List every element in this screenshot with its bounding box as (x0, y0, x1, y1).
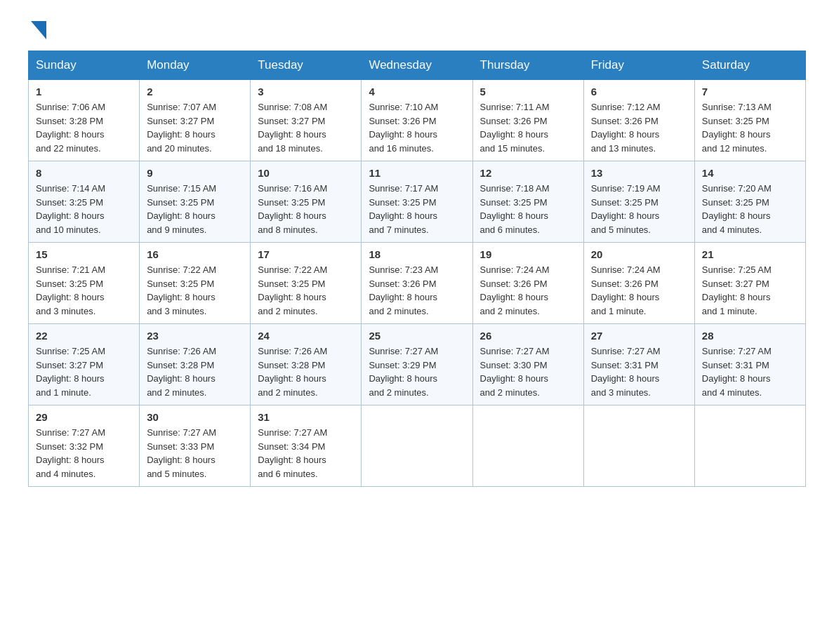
page-header (28, 21, 806, 36)
day-number: 9 (147, 167, 243, 179)
logo (28, 21, 46, 36)
calendar-cell: 6Sunrise: 7:12 AMSunset: 3:26 PMDaylight… (583, 80, 694, 161)
day-info: Sunrise: 7:24 AMSunset: 3:26 PMDaylight:… (480, 263, 576, 318)
calendar-cell: 16Sunrise: 7:22 AMSunset: 3:25 PMDayligh… (140, 243, 251, 324)
column-header-monday: Monday (140, 51, 251, 80)
day-number: 15 (36, 248, 132, 260)
day-number: 5 (480, 86, 576, 98)
day-number: 16 (147, 248, 243, 260)
day-number: 10 (258, 167, 354, 179)
day-number: 18 (369, 248, 465, 260)
day-number: 30 (147, 411, 243, 423)
calendar-cell (362, 405, 472, 487)
day-number: 12 (480, 167, 576, 179)
calendar-cell: 2Sunrise: 7:07 AMSunset: 3:27 PMDaylight… (140, 80, 251, 161)
calendar-header-row: SundayMondayTuesdayWednesdayThursdayFrid… (29, 51, 806, 80)
calendar-cell: 26Sunrise: 7:27 AMSunset: 3:30 PMDayligh… (472, 324, 583, 405)
calendar-cell: 15Sunrise: 7:21 AMSunset: 3:25 PMDayligh… (29, 243, 140, 324)
day-info: Sunrise: 7:10 AMSunset: 3:26 PMDaylight:… (369, 100, 465, 155)
day-info: Sunrise: 7:08 AMSunset: 3:27 PMDaylight:… (258, 100, 354, 155)
day-number: 7 (702, 86, 798, 98)
day-info: Sunrise: 7:23 AMSunset: 3:26 PMDaylight:… (369, 263, 465, 318)
day-info: Sunrise: 7:06 AMSunset: 3:28 PMDaylight:… (36, 100, 132, 155)
calendar-cell: 22Sunrise: 7:25 AMSunset: 3:27 PMDayligh… (29, 324, 140, 405)
calendar-cell: 12Sunrise: 7:18 AMSunset: 3:25 PMDayligh… (472, 161, 583, 243)
day-info: Sunrise: 7:25 AMSunset: 3:27 PMDaylight:… (702, 263, 798, 318)
calendar-cell: 28Sunrise: 7:27 AMSunset: 3:31 PMDayligh… (694, 324, 805, 405)
calendar-cell: 25Sunrise: 7:27 AMSunset: 3:29 PMDayligh… (362, 324, 472, 405)
calendar-cell: 7Sunrise: 7:13 AMSunset: 3:25 PMDaylight… (694, 80, 805, 161)
column-header-thursday: Thursday (472, 51, 583, 80)
calendar-cell (694, 405, 805, 487)
week-row-5: 29Sunrise: 7:27 AMSunset: 3:32 PMDayligh… (29, 405, 806, 487)
column-header-sunday: Sunday (29, 51, 140, 80)
calendar-cell: 23Sunrise: 7:26 AMSunset: 3:28 PMDayligh… (140, 324, 251, 405)
calendar-cell: 4Sunrise: 7:10 AMSunset: 3:26 PMDaylight… (362, 80, 472, 161)
calendar-cell: 20Sunrise: 7:24 AMSunset: 3:26 PMDayligh… (583, 243, 694, 324)
day-number: 1 (36, 86, 132, 98)
day-info: Sunrise: 7:26 AMSunset: 3:28 PMDaylight:… (258, 344, 354, 399)
calendar-cell: 24Sunrise: 7:26 AMSunset: 3:28 PMDayligh… (251, 324, 362, 405)
day-info: Sunrise: 7:12 AMSunset: 3:26 PMDaylight:… (591, 100, 687, 155)
day-info: Sunrise: 7:27 AMSunset: 3:30 PMDaylight:… (480, 344, 576, 399)
day-info: Sunrise: 7:15 AMSunset: 3:25 PMDaylight:… (147, 182, 243, 236)
column-header-saturday: Saturday (694, 51, 805, 80)
calendar-cell: 13Sunrise: 7:19 AMSunset: 3:25 PMDayligh… (583, 161, 694, 243)
day-info: Sunrise: 7:11 AMSunset: 3:26 PMDaylight:… (480, 100, 576, 155)
day-number: 27 (591, 330, 687, 342)
day-number: 22 (36, 330, 132, 342)
day-info: Sunrise: 7:07 AMSunset: 3:27 PMDaylight:… (147, 100, 243, 155)
week-row-2: 8Sunrise: 7:14 AMSunset: 3:25 PMDaylight… (29, 161, 806, 243)
day-info: Sunrise: 7:27 AMSunset: 3:33 PMDaylight:… (147, 426, 243, 481)
day-number: 31 (258, 411, 354, 423)
calendar-cell (583, 405, 694, 487)
week-row-1: 1Sunrise: 7:06 AMSunset: 3:28 PMDaylight… (29, 80, 806, 161)
day-info: Sunrise: 7:26 AMSunset: 3:28 PMDaylight:… (147, 344, 243, 399)
day-info: Sunrise: 7:16 AMSunset: 3:25 PMDaylight:… (258, 182, 354, 236)
calendar-cell: 10Sunrise: 7:16 AMSunset: 3:25 PMDayligh… (251, 161, 362, 243)
day-info: Sunrise: 7:19 AMSunset: 3:25 PMDaylight:… (591, 182, 687, 236)
calendar-cell: 17Sunrise: 7:22 AMSunset: 3:25 PMDayligh… (251, 243, 362, 324)
svg-marker-0 (31, 21, 46, 39)
day-info: Sunrise: 7:27 AMSunset: 3:32 PMDaylight:… (36, 426, 132, 481)
day-number: 4 (369, 86, 465, 98)
calendar-cell: 21Sunrise: 7:25 AMSunset: 3:27 PMDayligh… (694, 243, 805, 324)
day-info: Sunrise: 7:22 AMSunset: 3:25 PMDaylight:… (147, 263, 243, 318)
day-number: 17 (258, 248, 354, 260)
calendar-cell: 30Sunrise: 7:27 AMSunset: 3:33 PMDayligh… (140, 405, 251, 487)
calendar-cell: 9Sunrise: 7:15 AMSunset: 3:25 PMDaylight… (140, 161, 251, 243)
day-info: Sunrise: 7:13 AMSunset: 3:25 PMDaylight:… (702, 100, 798, 155)
day-number: 14 (702, 167, 798, 179)
column-header-tuesday: Tuesday (251, 51, 362, 80)
day-info: Sunrise: 7:17 AMSunset: 3:25 PMDaylight:… (369, 182, 465, 236)
calendar-table: SundayMondayTuesdayWednesdayThursdayFrid… (28, 51, 806, 487)
day-number: 26 (480, 330, 576, 342)
calendar-cell: 8Sunrise: 7:14 AMSunset: 3:25 PMDaylight… (29, 161, 140, 243)
day-info: Sunrise: 7:27 AMSunset: 3:34 PMDaylight:… (258, 426, 354, 481)
calendar-cell: 5Sunrise: 7:11 AMSunset: 3:26 PMDaylight… (472, 80, 583, 161)
logo-triangle-icon (31, 21, 46, 39)
day-info: Sunrise: 7:25 AMSunset: 3:27 PMDaylight:… (36, 344, 132, 399)
day-info: Sunrise: 7:18 AMSunset: 3:25 PMDaylight:… (480, 182, 576, 236)
day-info: Sunrise: 7:21 AMSunset: 3:25 PMDaylight:… (36, 263, 132, 318)
day-number: 24 (258, 330, 354, 342)
calendar-cell: 14Sunrise: 7:20 AMSunset: 3:25 PMDayligh… (694, 161, 805, 243)
day-number: 25 (369, 330, 465, 342)
column-header-wednesday: Wednesday (362, 51, 472, 80)
calendar-cell (472, 405, 583, 487)
day-info: Sunrise: 7:24 AMSunset: 3:26 PMDaylight:… (591, 263, 687, 318)
day-number: 20 (591, 248, 687, 260)
day-info: Sunrise: 7:27 AMSunset: 3:31 PMDaylight:… (702, 344, 798, 399)
day-number: 2 (147, 86, 243, 98)
day-number: 21 (702, 248, 798, 260)
calendar-cell: 3Sunrise: 7:08 AMSunset: 3:27 PMDaylight… (251, 80, 362, 161)
calendar-cell: 27Sunrise: 7:27 AMSunset: 3:31 PMDayligh… (583, 324, 694, 405)
day-number: 29 (36, 411, 132, 423)
calendar-cell: 19Sunrise: 7:24 AMSunset: 3:26 PMDayligh… (472, 243, 583, 324)
day-number: 19 (480, 248, 576, 260)
day-info: Sunrise: 7:20 AMSunset: 3:25 PMDaylight:… (702, 182, 798, 236)
day-number: 28 (702, 330, 798, 342)
column-header-friday: Friday (583, 51, 694, 80)
day-number: 13 (591, 167, 687, 179)
calendar-cell: 31Sunrise: 7:27 AMSunset: 3:34 PMDayligh… (251, 405, 362, 487)
